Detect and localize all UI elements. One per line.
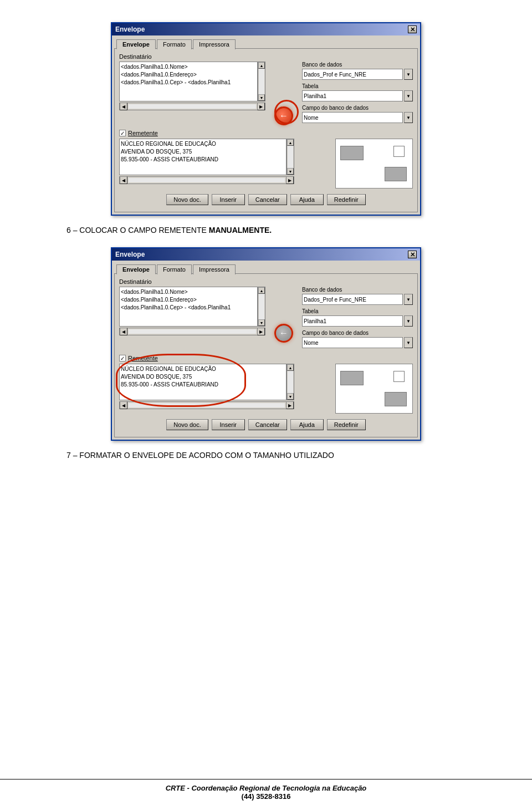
- banco-dados-input-1[interactable]: [302, 69, 403, 80]
- remetente-checkbox-2[interactable]: [119, 355, 126, 361]
- rem-scroll-down-2[interactable]: ▼: [287, 393, 294, 400]
- env-recipient-rect-2: [385, 392, 407, 406]
- scroll-up-1[interactable]: ▲: [258, 62, 265, 69]
- ajuda-button-1[interactable]: Ajuda: [290, 194, 324, 205]
- inserir-button-1[interactable]: Inserir: [212, 194, 245, 205]
- remetente-textbox-1[interactable]: NÚCLEO REGIONAL DE EDUCAÇÃO AVENIDA DO B…: [119, 139, 287, 175]
- remetente-hscroll-2[interactable]: ◀ ▶: [119, 401, 294, 409]
- dest-scroll-left-2[interactable]: ◀: [120, 328, 127, 335]
- banco-dados-arrow-1[interactable]: ▼: [404, 69, 413, 80]
- remetente-label-2: Remetente: [128, 355, 158, 361]
- banco-dados-input-2[interactable]: [302, 294, 403, 305]
- cancelar-button-2[interactable]: Cancelar: [248, 419, 287, 430]
- dialog-2-buttons: Novo doc. Inserir Cancelar Ajuda Redefin…: [119, 416, 413, 432]
- dialog-1: Envelope ✕ Envelope Formato Impressora D…: [111, 22, 421, 216]
- redefinir-button-2[interactable]: Redefinir: [327, 419, 366, 430]
- remetente-checkbox-row-1: Remetente: [119, 130, 413, 136]
- dialog-2-body: Envelope Formato Impressora Destinatário: [112, 261, 420, 440]
- banco-dados-group-1: Banco de dados ▼: [302, 62, 413, 80]
- scroll-left-1[interactable]: ◀: [120, 103, 127, 110]
- campo-arrow-1[interactable]: ▼: [404, 112, 413, 123]
- list-item: <dados.Planilha1.0.Cep> - <dados.Planilh…: [121, 79, 256, 86]
- dest-scroll-down-2[interactable]: ▼: [258, 319, 265, 326]
- redefinir-button-1[interactable]: Redefinir: [327, 194, 366, 205]
- rem-scroll-up-1[interactable]: ▲: [287, 139, 294, 146]
- dialog-2-close-button[interactable]: ✕: [408, 251, 417, 258]
- remetente-vscrollbar-1[interactable]: ▲ ▼: [287, 139, 294, 175]
- tab-envelope-2[interactable]: Envelope: [116, 264, 156, 274]
- inserir-button-2[interactable]: Inserir: [212, 419, 245, 430]
- rem-scroll-right-1[interactable]: ▶: [286, 176, 294, 184]
- tab-impressora-1[interactable]: Impressora: [193, 39, 236, 49]
- destinatario-listbox-wrapper-1: <dados.Planilha1.0.Nome> <dados.Planilha…: [119, 62, 265, 101]
- list-item: <dados.Planilha1.0.Nome>: [121, 63, 256, 71]
- tab-formato-1[interactable]: Formato: [157, 39, 192, 49]
- section-6-text: 6 – COLOCAR O CAMPO REMETENTE MANUALMENT…: [66, 225, 488, 236]
- dest-listbox-inner-2: <dados.Planilha1.0.Nome> <dados.Planilha…: [119, 287, 258, 327]
- env-stamp-rect-2: [393, 371, 405, 382]
- dialog-1-close-button[interactable]: ✕: [408, 26, 417, 33]
- dest-hscroll-2[interactable]: ◀ ▶: [119, 328, 265, 335]
- dest-scroll-right-2[interactable]: ▶: [257, 328, 265, 335]
- list-item: AVENIDA DO BOSQUE, 375: [121, 373, 285, 381]
- rem-hscroll-track-2: [129, 403, 285, 407]
- dialog-2-tabbar: Envelope Formato Impressora: [114, 263, 418, 274]
- tabela-label-1: Tabela: [302, 83, 413, 89]
- insert-arrow-button-1[interactable]: ←: [274, 106, 293, 125]
- tabela-input-2[interactable]: [302, 315, 403, 327]
- section-7-text: 7 – FORMATAR O ENVELOPE DE ACORDO COM O …: [66, 450, 488, 461]
- cancelar-button-1[interactable]: Cancelar: [248, 194, 287, 205]
- ajuda-button-2[interactable]: Ajuda: [290, 419, 324, 430]
- tab-envelope-1[interactable]: Envelope: [116, 39, 156, 49]
- list-item: <dados.Planilha1.0.Endereço>: [121, 71, 256, 79]
- dest-scroll-up-2[interactable]: ▲: [258, 287, 265, 294]
- destinatario-label-2: Destinatário: [119, 278, 413, 285]
- campo-group-2: Campo do banco de dados ▼: [302, 330, 413, 348]
- destinatario-row-1: <dados.Planilha1.0.Nome> <dados.Planilha…: [119, 62, 413, 126]
- remetente-listbox-wrapper-1: NÚCLEO REGIONAL DE EDUCAÇÃO AVENIDA DO B…: [119, 139, 294, 175]
- rem-scroll-left-2[interactable]: ◀: [120, 401, 127, 409]
- dialog-2-title: Envelope: [115, 251, 145, 258]
- spacer-2: [303, 364, 331, 414]
- hscroll-track-1: [129, 104, 256, 109]
- banco-dados-dropdown-row-2: ▼: [302, 294, 413, 305]
- rem-scroll-up-2[interactable]: ▲: [287, 364, 294, 371]
- tabela-arrow-1[interactable]: ▼: [404, 90, 413, 101]
- tabela-group-2: Tabela ▼: [302, 308, 413, 327]
- scroll-down-1[interactable]: ▼: [258, 94, 265, 101]
- remetente-checkbox-1[interactable]: [119, 130, 126, 136]
- rem-scroll-left-1[interactable]: ◀: [120, 176, 127, 184]
- dest-right-2: Banco de dados ▼ Tabela: [302, 287, 413, 351]
- remetente-vscrollbar-2[interactable]: ▲ ▼: [287, 364, 294, 400]
- tabela-input-1[interactable]: [302, 90, 403, 101]
- novo-doc-button-2[interactable]: Novo doc.: [166, 419, 208, 430]
- section-6-bold: MANUALMENTE.: [209, 226, 272, 235]
- destinatario-hscroll-1[interactable]: ◀ ▶: [119, 103, 265, 110]
- env-sender-rect-2: [340, 371, 364, 385]
- destinatario-listbox-2[interactable]: <dados.Planilha1.0.Nome> <dados.Planilha…: [119, 287, 258, 327]
- campo-dropdown-row-2: ▼: [302, 337, 413, 348]
- dest-vscrollbar-2[interactable]: ▲ ▼: [258, 287, 265, 327]
- insert-arrow-button-2[interactable]: ←: [274, 324, 293, 343]
- scroll-right-1[interactable]: ▶: [257, 103, 265, 110]
- destinatario-vscrollbar-1[interactable]: ▲ ▼: [258, 62, 265, 101]
- list-item: 85.935-000 - ASSIS CHATEAUBRIAND: [121, 156, 285, 164]
- tab-impressora-2[interactable]: Impressora: [193, 264, 236, 274]
- tabela-arrow-2[interactable]: ▼: [404, 315, 413, 327]
- banco-dados-arrow-2[interactable]: ▼: [404, 294, 413, 305]
- envelope-preview-2: [335, 364, 413, 414]
- remetente-textbox-2[interactable]: NÚCLEO REGIONAL DE EDUCAÇÃO AVENIDA DO B…: [119, 364, 287, 400]
- campo-group-1: Campo do banco de dados ▼: [302, 105, 413, 123]
- campo-input-1[interactable]: [302, 112, 403, 123]
- remetente-text-area-1: NÚCLEO REGIONAL DE EDUCAÇÃO AVENIDA DO B…: [119, 139, 294, 188]
- novo-doc-button-1[interactable]: Novo doc.: [166, 194, 208, 205]
- rem-scroll-right-2[interactable]: ▶: [286, 401, 294, 409]
- scroll-track-1: [259, 69, 264, 94]
- campo-arrow-2[interactable]: ▼: [404, 337, 413, 348]
- dialog-1-tabbar: Envelope Formato Impressora: [114, 38, 418, 49]
- destinatario-listbox-1[interactable]: <dados.Planilha1.0.Nome> <dados.Planilha…: [119, 62, 258, 101]
- campo-input-2[interactable]: [302, 337, 403, 348]
- rem-scroll-down-1[interactable]: ▼: [287, 168, 294, 175]
- tab-formato-2[interactable]: Formato: [157, 264, 192, 274]
- remetente-hscroll-1[interactable]: ◀ ▶: [119, 176, 294, 184]
